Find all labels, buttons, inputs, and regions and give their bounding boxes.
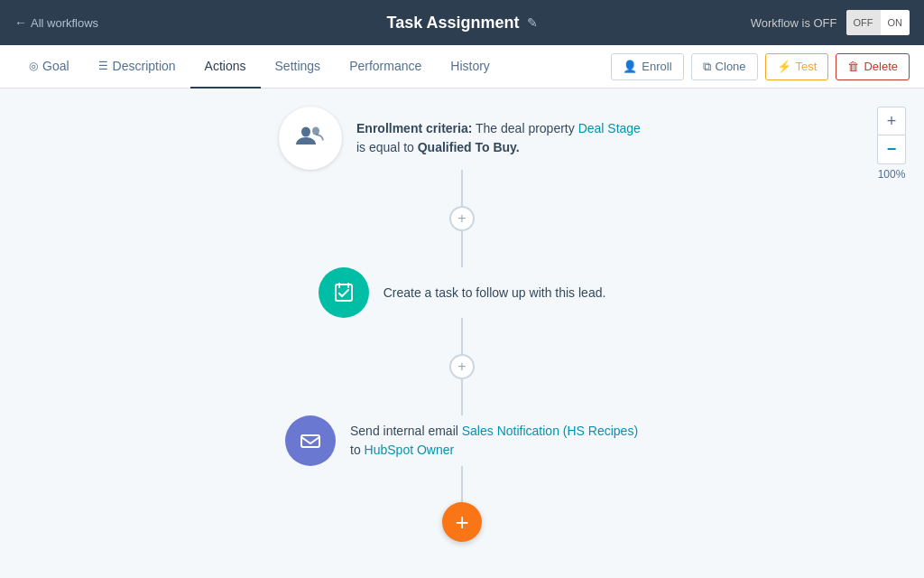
zoom-in-button[interactable]: + <box>877 107 906 135</box>
goal-icon: ◎ <box>29 60 38 72</box>
tab-history-label: History <box>450 59 490 73</box>
line-5 <box>461 466 463 502</box>
enrollment-bold-text: Qualified To Buy. <box>418 140 520 154</box>
enrollment-label: Enrollment criteria: The deal property D… <box>356 119 645 157</box>
bolt-icon: ⚡ <box>777 60 791 73</box>
header-right: Workflow is OFF OFF ON <box>751 10 910 35</box>
zoom-controls: + − 100% <box>877 107 906 181</box>
task-icon-circle <box>319 267 369 318</box>
action-buttons: 👤 Enroll ⧉ Clone ⚡ Test 🗑 Delete <box>611 53 910 80</box>
enrollment-label-prefix: Enrollment criteria: <box>356 121 472 135</box>
tab-actions-label: Actions <box>205 59 246 73</box>
header-title: Task Assignment ✎ <box>386 14 537 33</box>
add-action-button[interactable]: + <box>442 502 482 542</box>
delete-button[interactable]: 🗑 Delete <box>836 53 910 80</box>
zoom-out-button[interactable]: − <box>877 135 906 164</box>
edit-icon[interactable]: ✎ <box>527 15 538 30</box>
action-node-1[interactable]: Create a task to follow up with this lea… <box>319 267 606 318</box>
copy-icon: ⧉ <box>703 60 711 74</box>
action-node-2[interactable]: Send internal email Sales Notification (… <box>285 415 639 466</box>
back-label: All workflows <box>31 16 98 30</box>
enrollment-deal-stage-link[interactable]: Deal Stage <box>578 121 641 135</box>
workflow-status-label: Workflow is OFF <box>751 16 837 30</box>
enrollment-criteria-node[interactable]: Enrollment criteria: The deal property D… <box>279 107 645 170</box>
toggle-off-option[interactable]: OFF <box>846 10 881 35</box>
test-button[interactable]: ⚡ Test <box>765 53 829 80</box>
nav-tabs: ◎ Goal ☰ Description Actions Settings Pe… <box>0 45 924 89</box>
toggle-on-option[interactable]: ON <box>881 10 910 35</box>
workflow-toggle[interactable]: OFF ON <box>846 10 910 35</box>
add-step-button-2[interactable]: + <box>449 354 475 379</box>
person-icon: 👤 <box>623 60 637 73</box>
svg-rect-2 <box>336 284 352 301</box>
action-2-suffix: to <box>350 443 365 457</box>
action-1-label: Create a task to follow up with this lea… <box>383 284 606 303</box>
tab-performance[interactable]: Performance <box>335 45 436 89</box>
back-arrow-icon: ← <box>14 15 27 30</box>
line-2 <box>461 231 463 267</box>
add-step-button-1[interactable]: + <box>449 206 475 231</box>
workflow-canvas: + − 100% Enrollment criteria: The deal p… <box>0 89 924 578</box>
tab-history[interactable]: History <box>436 45 504 89</box>
tab-actions[interactable]: Actions <box>190 45 261 89</box>
tab-performance-label: Performance <box>349 59 421 73</box>
tab-settings-label: Settings <box>275 59 321 73</box>
connector-1: + <box>191 170 733 267</box>
zoom-level: 100% <box>877 168 906 181</box>
enrollment-icon-circle <box>279 107 342 170</box>
line-3 <box>461 318 463 354</box>
line-4 <box>461 379 463 415</box>
workflow-nodes: Enrollment criteria: The deal property D… <box>191 107 733 578</box>
line-1 <box>461 170 463 206</box>
header: ← All workflows Task Assignment ✎ Workfl… <box>0 0 924 45</box>
trash-icon: 🗑 <box>847 60 859 73</box>
svg-rect-3 <box>301 435 319 447</box>
action-2-prefix: Send internal email <box>350 424 462 438</box>
action-2-link2[interactable]: HubSpot Owner <box>365 443 455 457</box>
enroll-button[interactable]: 👤 Enroll <box>611 53 683 80</box>
description-icon: ☰ <box>98 60 108 72</box>
connector-3: + <box>191 466 733 542</box>
tab-description[interactable]: ☰ Description <box>84 45 190 89</box>
enrollment-people-icon <box>294 119 327 158</box>
email-icon-circle <box>285 415 336 466</box>
action-2-label: Send internal email Sales Notification (… <box>350 422 639 460</box>
tab-goal-label: Goal <box>42 59 69 73</box>
back-link[interactable]: ← All workflows <box>14 15 98 30</box>
enrollment-label-text: The deal property <box>476 121 578 135</box>
workflow-title: Task Assignment <box>386 14 519 33</box>
enrollment-label-suffix: is equal to <box>356 140 418 154</box>
tab-goal[interactable]: ◎ Goal <box>14 45 84 89</box>
svg-point-0 <box>301 126 310 136</box>
action-2-link1[interactable]: Sales Notification (HS Recipes) <box>462 424 638 438</box>
clone-button[interactable]: ⧉ Clone <box>691 53 758 80</box>
connector-2: + <box>191 318 733 415</box>
tab-settings[interactable]: Settings <box>261 45 336 89</box>
tab-description-label: Description <box>113 59 176 73</box>
